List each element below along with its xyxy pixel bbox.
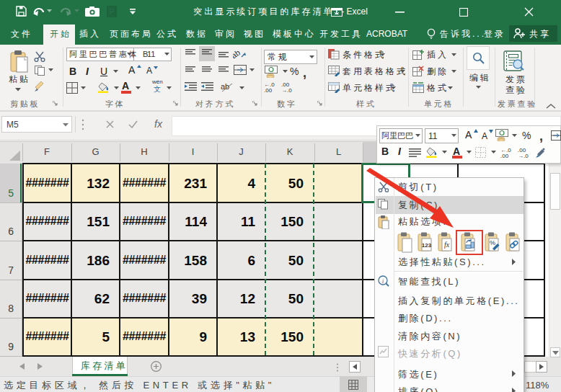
svg-text:ab: ab [233, 48, 242, 60]
svg-text:.00: .00 [500, 153, 509, 159]
svg-text:%: % [490, 239, 495, 246]
svg-text:i: i [382, 277, 384, 285]
svg-text:fx: fx [444, 241, 450, 249]
svg-text:→.0: →.0 [281, 87, 292, 92]
svg-text:.00: .00 [264, 87, 273, 92]
svg-text:123: 123 [422, 242, 432, 249]
svg-text:→.0: →.0 [518, 153, 529, 159]
